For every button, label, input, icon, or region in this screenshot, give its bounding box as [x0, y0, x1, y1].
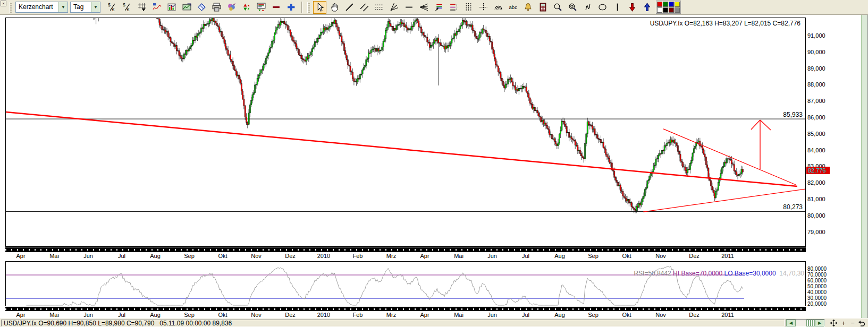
chart-template-icon[interactable]	[180, 1, 193, 14]
month-label: Jul	[514, 312, 537, 318]
x-axis-tickstrip	[5, 247, 806, 252]
color-palette[interactable]	[656, 1, 681, 14]
vertical-line-icon[interactable]	[611, 1, 624, 14]
chart-type-dropdown[interactable]: Kerzenchart ▼	[15, 2, 68, 13]
remove-icon[interactable]	[269, 1, 283, 14]
month-label: Mrz	[380, 312, 403, 318]
zoom-in-button[interactable]: +	[839, 319, 848, 327]
horizontal-line-icon[interactable]	[402, 1, 416, 14]
svg-text:$: $	[123, 3, 125, 7]
text-label-icon[interactable]: abc	[507, 1, 520, 14]
fibo-retracement-icon[interactable]	[432, 1, 445, 14]
calculator-icon[interactable]	[536, 1, 550, 14]
trendline-icon[interactable]	[343, 1, 356, 14]
month-label: 2010	[312, 312, 335, 318]
horizontal-grid-icon[interactable]	[373, 1, 386, 14]
vertical-scrollbar[interactable]	[861, 15, 868, 327]
printer-icon[interactable]	[210, 1, 223, 14]
pan-mode-icon[interactable]	[829, 319, 838, 327]
fibo-extension-icon[interactable]	[447, 1, 460, 14]
toolbar-separator	[301, 2, 302, 13]
scroll-right-button[interactable]: ▶	[815, 320, 824, 326]
zoom-in-icon[interactable]	[551, 1, 564, 14]
month-label: Okt	[615, 312, 638, 318]
toolbar-close-button[interactable]: ×	[1, 1, 6, 6]
speed-fan-icon[interactable]	[417, 1, 431, 14]
resistance-level-label: 85,933	[734, 111, 803, 118]
brush-icon[interactable]	[225, 1, 238, 14]
rsi-axis-label: 60,0000	[807, 278, 837, 283]
gann-fan-icon[interactable]	[387, 1, 401, 14]
timeframe-value: Tag	[71, 2, 91, 12]
vertical-grid-icon[interactable]	[462, 1, 475, 14]
month-label: Nov	[245, 312, 268, 318]
zoom-out-button[interactable]: −	[848, 319, 857, 327]
main-price-pane[interactable]	[5, 18, 806, 247]
toolbar: × Kerzenchart ▼ Tag ▼ $€$€ abc	[0, 0, 868, 15]
chart-stats-icon[interactable]	[165, 1, 179, 14]
month-label: Mrz	[380, 253, 403, 259]
arrow-down-red-icon[interactable]	[626, 1, 639, 14]
hand-tool-icon[interactable]	[328, 1, 341, 14]
parallel-lines-icon[interactable]	[358, 1, 371, 14]
month-label: Jun	[77, 253, 100, 259]
eraser-icon[interactable]	[195, 1, 208, 14]
current-price-tag: 82,776	[806, 167, 830, 174]
scroll-left-button[interactable]: ◀	[786, 320, 796, 326]
dollar-euro-icon[interactable]: $€	[106, 1, 119, 14]
indicator-wave-icon[interactable]	[150, 1, 164, 14]
month-label: Mai	[447, 253, 470, 259]
month-label: 2011	[716, 253, 739, 259]
month-label: Apr	[413, 253, 436, 259]
rsi-value-label: RSI=50,8442	[634, 270, 671, 277]
alert-bell-icon[interactable]	[521, 1, 535, 14]
palette-color-swatch[interactable]	[675, 7, 680, 13]
rsi-axis-label: 30,0000	[807, 295, 837, 301]
cursor-tool-icon[interactable]	[313, 1, 326, 14]
month-label: Nov	[649, 253, 672, 259]
arrows-updown-icon[interactable]	[240, 1, 253, 14]
scrollbar-track[interactable]	[796, 320, 806, 326]
rsi-params-label: 14,70,30	[779, 270, 804, 277]
palette-color-swatch[interactable]	[657, 7, 662, 13]
month-label: Jul	[110, 312, 133, 318]
svg-text:abc: abc	[509, 4, 518, 10]
crosshair-icon[interactable]	[477, 1, 490, 14]
palette-color-swatch[interactable]	[669, 7, 674, 13]
toolbar-grip[interactable]	[10, 2, 12, 13]
ellipse-icon[interactable]	[596, 1, 609, 14]
month-label: Nov	[649, 312, 672, 318]
toolbar-grip[interactable]	[307, 2, 310, 13]
month-label: Mai	[447, 312, 470, 318]
chart-window: USD/JPY.fx O=82,163 H=83,207 L=82,015 C=…	[0, 15, 861, 327]
month-label: Sep	[582, 312, 605, 318]
toolbar-group-tools: abc	[313, 1, 654, 14]
dollar-euro-alt-icon[interactable]: $€	[121, 1, 134, 14]
price-axis-label: 88,000	[807, 81, 837, 88]
palette-color-swatch[interactable]	[675, 2, 680, 7]
timeframe-dropdown[interactable]: Tag ▼	[70, 2, 100, 13]
fibo-arcs-icon[interactable]	[492, 1, 505, 14]
zoom-out-icon[interactable]	[566, 1, 579, 14]
rsi-axis-label: 20,0000	[807, 301, 837, 307]
undo-icon[interactable]	[857, 319, 866, 327]
palette-color-swatch[interactable]	[663, 7, 668, 13]
month-label: Okt	[615, 253, 638, 259]
arrow-up-blue-icon[interactable]	[641, 1, 654, 14]
palette-color-swatch[interactable]	[663, 2, 668, 7]
scrollbar-thumb[interactable]	[806, 320, 815, 326]
add-icon[interactable]	[284, 1, 298, 14]
month-label: Jun	[481, 253, 504, 259]
chevron-down-icon[interactable]: ▼	[91, 2, 100, 12]
squiggle-icon[interactable]	[581, 1, 594, 14]
price-axis-label: 85,000	[807, 131, 837, 137]
screen-lines-icon[interactable]	[255, 1, 268, 14]
grid-arrow-icon[interactable]	[136, 1, 149, 14]
palette-color-swatch[interactable]	[669, 2, 674, 7]
palette-color-swatch[interactable]	[657, 2, 662, 7]
chevron-down-icon[interactable]: ▼	[58, 2, 68, 12]
month-label: Mai	[43, 312, 66, 318]
month-label: Dez	[682, 253, 706, 259]
symbol-ohlc-info: USD/JPY.fx O=82,163 H=83,207 L=82,015 C=…	[582, 20, 800, 27]
horizontal-scrollbar[interactable]: ◀ ▶	[786, 319, 825, 327]
